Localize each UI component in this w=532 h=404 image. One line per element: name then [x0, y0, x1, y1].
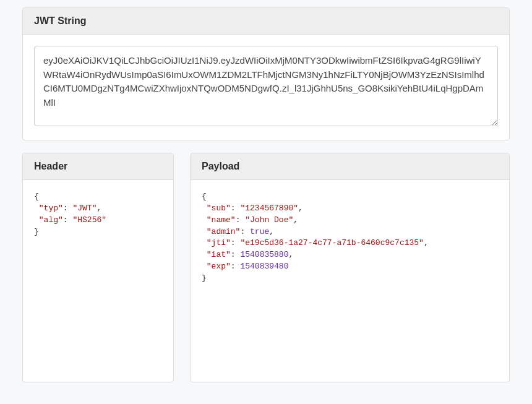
- header-body: { "typ": "JWT", "alg": "HS256" }: [23, 180, 173, 382]
- jwt-string-heading: JWT String: [23, 8, 509, 35]
- payload-body: { "sub": "1234567890", "name": "John Doe…: [191, 180, 509, 382]
- payload-panel: Payload { "sub": "1234567890", "name": "…: [190, 153, 510, 382]
- jwt-string-panel: JWT String: [22, 7, 510, 140]
- payload-heading: Payload: [191, 153, 509, 180]
- jwt-string-body: [23, 35, 509, 140]
- jwt-string-input[interactable]: [34, 46, 498, 126]
- header-heading: Header: [23, 153, 173, 180]
- header-json: { "typ": "JWT", "alg": "HS256" }: [34, 191, 162, 371]
- payload-json: { "sub": "1234567890", "name": "John Doe…: [202, 191, 498, 371]
- header-panel: Header { "typ": "JWT", "alg": "HS256" }: [22, 153, 174, 382]
